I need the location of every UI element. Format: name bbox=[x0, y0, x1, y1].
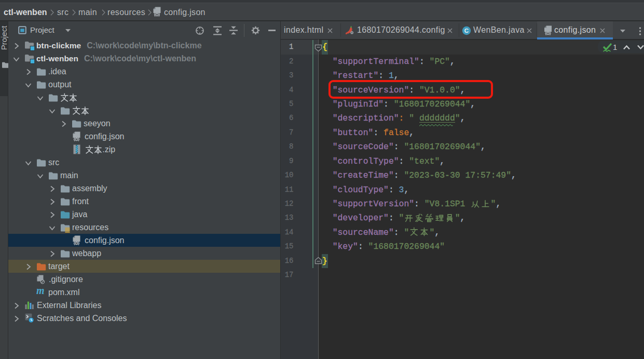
svg-text:C: C bbox=[464, 28, 469, 34]
